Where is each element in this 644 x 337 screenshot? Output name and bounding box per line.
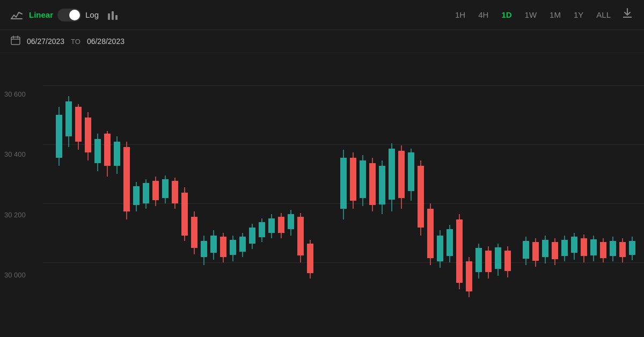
svg-rect-6 — [56, 115, 62, 158]
time-btn-1h[interactable]: 1H — [455, 10, 465, 19]
time-btn-1w[interactable]: 1W — [525, 10, 537, 19]
to-date: 06/28/2023 — [87, 37, 125, 46]
svg-rect-12 — [85, 118, 91, 152]
svg-rect-30 — [172, 181, 178, 203]
svg-rect-68 — [379, 166, 385, 204]
date-bar: 06/27/2023 TO 06/28/2023 — [0, 30, 644, 53]
svg-rect-38 — [210, 236, 217, 253]
time-btn-4h[interactable]: 4H — [478, 10, 488, 19]
download-button[interactable] — [621, 8, 633, 22]
svg-rect-114 — [610, 241, 616, 256]
svg-rect-4 — [11, 37, 20, 45]
svg-rect-0 — [11, 18, 23, 19]
svg-rect-118 — [629, 241, 635, 255]
svg-rect-26 — [152, 181, 159, 200]
svg-rect-34 — [191, 217, 197, 248]
svg-rect-102 — [552, 242, 558, 259]
svg-rect-16 — [104, 134, 111, 166]
svg-rect-82 — [447, 229, 453, 256]
log-label: Log — [85, 10, 99, 19]
svg-rect-56 — [297, 217, 304, 255]
svg-rect-10 — [75, 107, 82, 142]
svg-rect-58 — [307, 244, 313, 273]
svg-rect-90 — [485, 251, 492, 272]
y-label-30000: 30 000 — [0, 271, 43, 279]
svg-rect-110 — [590, 239, 597, 255]
time-btn-1y[interactable]: 1Y — [574, 10, 583, 19]
svg-rect-52 — [278, 217, 284, 233]
svg-rect-8 — [65, 101, 72, 136]
svg-rect-116 — [619, 242, 626, 257]
toggle-knob — [69, 10, 80, 20]
svg-rect-3 — [115, 15, 118, 20]
svg-rect-36 — [201, 241, 207, 257]
y-axis-labels: 30 600 30 400 30 200 30 000 — [0, 53, 43, 316]
svg-rect-24 — [143, 183, 149, 203]
svg-rect-46 — [249, 228, 255, 244]
scale-toggle[interactable] — [57, 9, 81, 21]
svg-rect-76 — [418, 166, 424, 228]
chart-area: 30 600 30 400 30 200 30 000 — [0, 53, 644, 316]
y-label-30600: 30 600 — [0, 90, 43, 98]
time-btn-all[interactable]: ALL — [596, 10, 611, 19]
svg-rect-44 — [239, 237, 246, 252]
candlestick-chart — [43, 53, 644, 316]
svg-rect-1 — [108, 13, 110, 20]
to-label: TO — [71, 38, 80, 46]
header-left-controls: Linear Log — [11, 9, 118, 21]
svg-rect-108 — [581, 238, 587, 256]
svg-rect-96 — [523, 241, 529, 259]
svg-rect-78 — [427, 209, 434, 258]
linear-label: Linear — [29, 10, 53, 19]
time-btn-1m[interactable]: 1M — [550, 10, 561, 19]
calendar-icon — [11, 35, 20, 47]
svg-rect-50 — [268, 218, 275, 233]
svg-rect-32 — [181, 193, 188, 236]
svg-rect-86 — [466, 261, 472, 291]
svg-rect-18 — [114, 142, 120, 166]
svg-rect-70 — [389, 149, 395, 200]
time-controls: 1H 4H 1D 1W 1M 1Y ALL — [455, 10, 611, 19]
bar-chart-icon[interactable] — [107, 10, 118, 20]
line-chart-icon[interactable] — [11, 10, 23, 20]
svg-rect-28 — [162, 179, 169, 198]
svg-rect-60 — [340, 158, 347, 209]
time-btn-1d[interactable]: 1D — [501, 10, 511, 19]
svg-rect-84 — [456, 219, 463, 283]
svg-rect-94 — [504, 251, 511, 271]
svg-rect-72 — [398, 151, 405, 198]
svg-rect-48 — [259, 222, 265, 237]
y-label-30400: 30 400 — [0, 150, 43, 158]
from-date: 06/27/2023 — [27, 37, 64, 46]
svg-rect-64 — [360, 160, 366, 198]
svg-rect-2 — [112, 11, 114, 20]
chart-header: Linear Log 1H 4H 1D 1W 1M 1Y ALL — [0, 0, 644, 30]
svg-rect-92 — [495, 247, 501, 269]
svg-rect-40 — [220, 237, 226, 257]
svg-rect-14 — [94, 139, 101, 163]
svg-rect-74 — [408, 152, 414, 191]
svg-rect-62 — [350, 158, 356, 201]
svg-rect-20 — [123, 147, 130, 211]
svg-rect-98 — [532, 242, 539, 261]
svg-rect-54 — [288, 214, 294, 229]
y-label-30200: 30 200 — [0, 211, 43, 219]
svg-rect-80 — [437, 236, 443, 261]
svg-rect-88 — [475, 248, 482, 272]
svg-rect-106 — [571, 237, 577, 253]
svg-rect-42 — [230, 240, 236, 255]
scale-toggle-group: Linear Log — [29, 9, 99, 21]
svg-rect-112 — [600, 242, 606, 258]
svg-rect-104 — [561, 240, 568, 256]
svg-rect-22 — [133, 186, 140, 205]
svg-rect-66 — [369, 163, 376, 205]
svg-rect-100 — [542, 240, 548, 257]
